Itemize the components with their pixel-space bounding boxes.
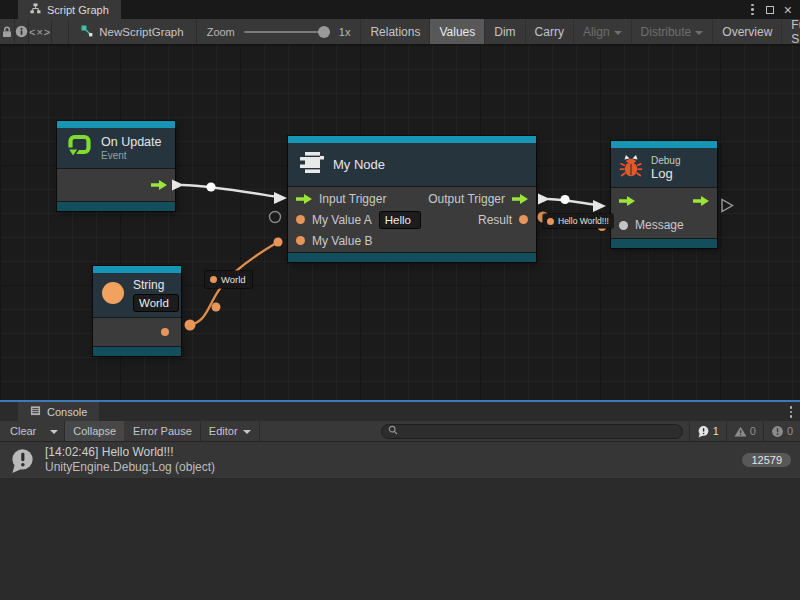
tab-console[interactable]: Console — [18, 402, 99, 421]
node-accent-stripe — [611, 141, 717, 148]
dim-button[interactable]: Dim — [484, 19, 524, 44]
unity-visual-scripting-window: Script Graph × <×> NewScriptGraph Zoom 1… — [0, 0, 800, 600]
node-debug-log[interactable]: Debug Log Message — [611, 141, 717, 248]
zoom-slider[interactable] — [244, 31, 330, 33]
node-subtitle: Event — [101, 150, 161, 161]
on-update-loop-icon — [66, 133, 93, 163]
log-input-trigger-port[interactable] — [619, 196, 635, 206]
collapse-button[interactable]: Collapse — [65, 421, 125, 441]
console-log-list: [14:02:46] Hello World!!! UnityEngine.De… — [0, 442, 800, 479]
window-tab-bar: Script Graph × — [0, 0, 800, 19]
chevron-down-icon — [243, 430, 251, 434]
log-stack-trace: UnityEngine.Debug:Log (object) — [45, 460, 215, 475]
node-header: My Node — [288, 143, 536, 187]
console-tab-icon — [30, 405, 41, 418]
console-search-input[interactable] — [402, 425, 676, 437]
console-entry[interactable]: [14:02:46] Hello World!!! UnityEngine.De… — [0, 442, 800, 479]
console-search[interactable] — [381, 424, 683, 439]
editor-dropdown-button[interactable]: Editor — [201, 421, 260, 441]
node-my-node[interactable]: My Node Input Trigger Output Trigger My … — [288, 136, 536, 262]
carry-button[interactable]: Carry — [525, 19, 573, 44]
window-menu-icon[interactable] — [749, 2, 756, 18]
collapse-count-badge: 12579 — [742, 453, 791, 467]
bug-icon — [619, 153, 643, 182]
node-category: Debug — [651, 155, 680, 166]
wire-my-node-to-debug-log — [548, 199, 598, 205]
log-output-trigger-port[interactable] — [693, 196, 709, 206]
node-on-update[interactable]: On Update Event — [57, 121, 175, 211]
node-title: String — [133, 278, 179, 292]
node-header: String — [93, 273, 181, 318]
console-panel: Console Clear Collapse Error Pause Edito… — [0, 400, 800, 600]
graph-asset-icon — [81, 25, 93, 39]
error-pause-button[interactable]: Error Pause — [125, 421, 201, 441]
wire-flow-dot — [206, 182, 215, 191]
my-value-a-port[interactable] — [296, 215, 305, 224]
console-tab-bar: Console — [0, 402, 800, 421]
code-icon[interactable]: <×> — [29, 19, 52, 44]
zoom-slider-handle[interactable] — [318, 26, 330, 38]
port-label: Result — [478, 213, 512, 227]
string-output-port[interactable] — [93, 319, 181, 345]
graph-canvas[interactable]: On Update Event My Node — [0, 45, 800, 400]
chevron-down-icon — [695, 31, 703, 35]
flow-continuation-triangle — [722, 200, 733, 212]
unit-icon — [299, 151, 325, 178]
output-trigger-port[interactable] — [512, 194, 528, 204]
value-dot-icon — [210, 276, 217, 283]
values-button[interactable]: Values — [429, 19, 484, 44]
clear-button[interactable]: Clear — [2, 421, 44, 441]
overview-button[interactable]: Overview — [712, 19, 781, 44]
window-maximize-icon[interactable] — [766, 6, 774, 14]
graph-selector[interactable]: NewScriptGraph — [68, 19, 196, 44]
error-circle-icon — [771, 425, 784, 438]
distribute-button[interactable]: Distribute — [631, 19, 713, 44]
wire-arrowhead — [274, 192, 287, 204]
unconnected-port-circle — [270, 212, 281, 223]
lock-icon[interactable] — [0, 19, 15, 44]
clear-dropdown-button[interactable] — [44, 421, 65, 441]
node-accent-stripe — [57, 121, 175, 128]
relations-button[interactable]: Relations — [360, 19, 429, 44]
window-controls: × — [749, 0, 800, 19]
wire-source-arrow — [538, 194, 550, 205]
port-label: My Value B — [312, 234, 372, 248]
port-label: Output Trigger — [428, 192, 505, 206]
tab-script-graph[interactable]: Script Graph — [18, 0, 121, 19]
search-icon — [388, 425, 398, 437]
error-count-button[interactable]: 0 — [763, 421, 800, 441]
result-port[interactable] — [519, 215, 528, 224]
my-value-a-input[interactable] — [379, 211, 421, 229]
wire-on-update-to-my-node — [182, 185, 278, 197]
window-close-icon[interactable]: × — [784, 3, 792, 17]
log-count-button[interactable]: 1 — [689, 421, 726, 441]
port-row: Message — [611, 213, 717, 237]
node-accent-stripe — [288, 136, 536, 143]
port-row — [611, 189, 717, 213]
zoom-value: 1x — [339, 26, 351, 38]
string-value-input[interactable] — [133, 294, 179, 312]
node-title: My Node — [333, 157, 385, 172]
port-label: My Value A — [312, 213, 372, 227]
warning-count-button[interactable]: 0 — [726, 421, 763, 441]
my-value-b-port[interactable] — [296, 236, 305, 245]
info-bubble-icon — [697, 425, 710, 438]
log-message: [14:02:46] Hello World!!! — [45, 445, 215, 460]
input-trigger-port[interactable] — [296, 194, 312, 204]
console-menu-icon[interactable] — [788, 404, 795, 420]
console-toolbar: Clear Collapse Error Pause Editor 1 0 — [0, 421, 800, 442]
info-icon[interactable] — [15, 19, 29, 44]
info-bubble-icon — [9, 447, 36, 474]
chevron-down-icon — [614, 31, 622, 35]
message-port[interactable] — [619, 221, 628, 230]
trigger-output-port[interactable] — [57, 170, 175, 200]
script-graph-tab-icon — [30, 3, 41, 16]
wire-arrowhead — [593, 200, 606, 212]
tab-label: Script Graph — [47, 4, 109, 16]
node-string[interactable]: String — [93, 266, 181, 356]
full-screen-button[interactable]: Full S — [781, 19, 800, 44]
wire-value-chip-hello-world: Hello World!!! — [543, 214, 613, 228]
node-title: On Update — [101, 135, 161, 149]
string-literal-icon — [100, 280, 126, 310]
align-button[interactable]: Align — [573, 19, 631, 44]
